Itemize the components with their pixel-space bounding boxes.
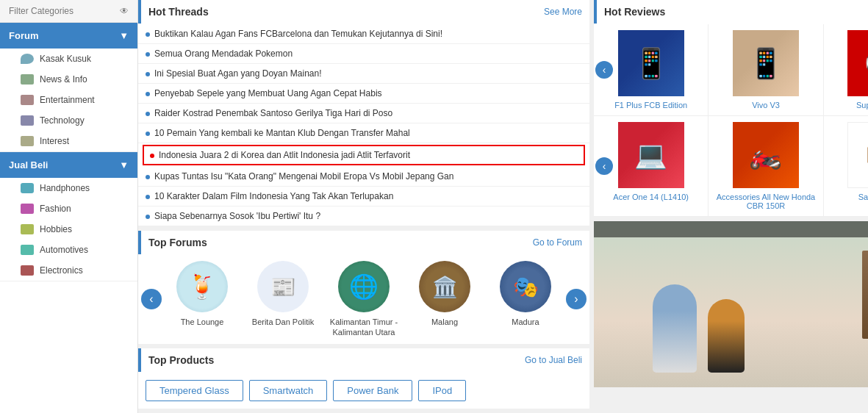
review-label: Sakuku Plus xyxy=(858,193,868,201)
forum-item-malang[interactable]: Malang xyxy=(404,261,485,338)
sidebar-item-interest[interactable]: Interest xyxy=(0,131,137,151)
reviews-prev-button[interactable]: ‹ xyxy=(595,61,613,79)
video-scene: ⚙ ⛶ xyxy=(594,221,868,387)
review-label: F1 Plus FCB Edition xyxy=(614,101,687,109)
vivo-image xyxy=(733,30,799,96)
go-to-forum-link[interactable]: Go to Forum xyxy=(533,237,582,248)
hot-reviews-section: Hot Reviews Go To Jual Beli ‹ F1 Plus FC… xyxy=(594,0,868,217)
thread-item[interactable]: Ini Spesial Buat Agan yang Doyan Mainan! xyxy=(138,64,589,84)
review-item-sakuku[interactable]: Sakuku Plus xyxy=(824,116,868,216)
thread-item[interactable]: Buktikan Kalau Agan Fans FCBarcelona dan… xyxy=(138,24,589,44)
forum-label: Forum xyxy=(9,30,38,41)
jual-beli-label: Jual Beli xyxy=(9,159,48,170)
sidebar-item-hobbies[interactable]: Hobbies xyxy=(0,219,137,240)
person2-decoration xyxy=(708,299,745,373)
top-forums-title: Top Forums xyxy=(148,237,207,248)
sidebar-item-label: Technology xyxy=(40,115,85,126)
forum-item-berita[interactable]: Berita Dan Politik xyxy=(243,261,323,338)
lounge-icon xyxy=(176,261,228,312)
thread-item[interactable]: Siapa Sebenarnya Sosok 'Ibu Pertiwi' Itu… xyxy=(138,206,589,226)
phone-icon xyxy=(21,183,34,193)
thread-item[interactable]: 10 Karakter Dalam Film Indonesia Yang Ta… xyxy=(138,187,589,206)
hot-threads-header: Hot Threads See More xyxy=(138,0,589,24)
thread-item[interactable]: Penyebab Sepele yang Membuat Uang Agan C… xyxy=(138,84,589,104)
forums-next-button[interactable]: › xyxy=(566,289,587,309)
malang-icon xyxy=(419,261,470,312)
thread-item[interactable]: Raider Kostrad Penembak Santoso Gerilya … xyxy=(138,104,589,123)
chat-icon xyxy=(21,54,34,64)
acer-image xyxy=(618,122,684,188)
fashion-icon xyxy=(21,204,34,214)
jual-beli-section-header[interactable]: Jual Beli ▼ xyxy=(0,152,137,178)
top-products-section: Top Products Go to Jual Beli Tempered Gl… xyxy=(138,348,589,409)
sidebar-item-technology[interactable]: Technology xyxy=(0,110,137,131)
sidebar-item-label: Handphones xyxy=(40,183,90,193)
sidebar-item-entertainment[interactable]: Entertainment xyxy=(0,90,137,110)
hot-threads-title: Hot Threads xyxy=(148,6,209,18)
f1-image xyxy=(618,30,684,96)
sidebar: Filter Categories 👁 Forum ▼ Kasak Kusuk … xyxy=(0,0,138,413)
hot-threads-section: Hot Threads See More Buktikan Kalau Agan… xyxy=(138,0,589,226)
sidebar-item-kasak-kusuk[interactable]: Kasak Kusuk xyxy=(0,49,137,69)
eye-icon[interactable]: 👁 xyxy=(120,6,129,16)
thread-item[interactable]: Semua Orang Mendadak Pokemon xyxy=(138,44,589,64)
news-forum-icon xyxy=(257,261,309,312)
review-item-honda[interactable]: Accessories All New Honda CBR 150R xyxy=(709,116,823,216)
sidebar-item-label: Electronics xyxy=(40,265,83,276)
technology-icon xyxy=(21,115,34,126)
forum-item-lounge[interactable]: The Lounge xyxy=(162,261,243,338)
forum-item-label: Malang xyxy=(431,317,458,327)
top-forums-section: Top Forums Go to Forum ‹ The Lounge Beri… xyxy=(138,231,589,344)
thread-item-highlighted[interactable]: Indonesia Juara 2 di Korea dan Atlit Ind… xyxy=(143,145,585,165)
product-power-bank[interactable]: Power Bank xyxy=(333,380,412,401)
review-item-soccer[interactable]: Super Soccer xyxy=(824,24,868,115)
thread-item[interactable]: 10 Pemain Yang kembali ke Mantan Klub De… xyxy=(138,123,589,143)
sidebar-item-label: Entertainment xyxy=(40,95,95,105)
jual-beli-chevron-icon: ▼ xyxy=(119,159,129,170)
video-panel[interactable]: ⚙ ⛶ xyxy=(594,221,868,387)
hot-reviews-title: Hot Reviews xyxy=(604,6,665,18)
sidebar-item-electronics[interactable]: Electronics xyxy=(0,260,137,281)
forum-item-label: The Lounge xyxy=(181,317,224,327)
jual-beli-section: Jual Beli ▼ Handphones Fashion Hobbies A… xyxy=(0,152,137,281)
forums-prev-button[interactable]: ‹ xyxy=(141,289,162,309)
forum-section-header[interactable]: Forum ▼ xyxy=(0,23,137,49)
product-tempered-glass[interactable]: Tempered Glass xyxy=(146,380,243,401)
thread-list: Buktikan Kalau Agan Fans FCBarcelona dan… xyxy=(138,24,589,226)
interest-icon xyxy=(21,136,34,146)
forum-item-madura[interactable]: Madura xyxy=(485,261,566,338)
hobby-icon xyxy=(21,224,34,234)
kaltim-icon xyxy=(338,261,390,312)
reviews-prev-button-2[interactable]: ‹ xyxy=(595,157,613,175)
sidebar-item-news-info[interactable]: News & Info xyxy=(0,69,137,90)
main-content: Hot Threads See More Buktikan Kalau Agan… xyxy=(138,0,868,413)
see-more-link[interactable]: See More xyxy=(544,7,582,17)
review-label: Accessories All New Honda CBR 150R xyxy=(711,193,819,210)
review-label: Super Soccer xyxy=(856,101,868,109)
sidebar-item-automotives[interactable]: Automotives xyxy=(0,240,137,260)
hot-reviews-header: Hot Reviews Go To Jual Beli xyxy=(594,0,868,24)
thread-item[interactable]: Kupas Tuntas Isu "Kata Orang" Mengenai M… xyxy=(138,167,589,187)
forums-container: ‹ The Lounge Berita Dan Politik Kalim xyxy=(138,255,589,344)
product-smartwatch[interactable]: Smartwatch xyxy=(249,380,328,401)
product-ipod[interactable]: IPod xyxy=(418,380,466,401)
forum-item-kaltim[interactable]: Kalimantan Timur - Kalimantan Utara xyxy=(323,261,404,338)
news-icon xyxy=(21,74,34,85)
sidebar-item-fashion[interactable]: Fashion xyxy=(0,198,137,219)
reviews-bottom-row: ‹ Acer One 14 (L1410) Accessories All Ne… xyxy=(594,116,868,217)
sidebar-item-label: Automotives xyxy=(40,245,88,255)
content-row: Hot Threads See More Buktikan Kalau Agan… xyxy=(138,0,868,413)
top-forums-header: Top Forums Go to Forum xyxy=(138,231,589,254)
review-label: Vivo V3 xyxy=(752,101,780,109)
top-products-header: Top Products Go to Jual Beli xyxy=(138,348,589,372)
sidebar-item-label: Interest xyxy=(40,136,69,146)
sidebar-item-handphones[interactable]: Handphones xyxy=(0,178,137,198)
forum-item-label: Madura xyxy=(512,317,539,327)
sidebar-item-label: Fashion xyxy=(40,204,71,214)
go-to-jual-beli-link[interactable]: Go to Jual Beli xyxy=(525,355,582,365)
filter-header: Filter Categories 👁 xyxy=(0,0,137,23)
review-label: Acer One 14 (L1410) xyxy=(613,193,689,201)
madura-icon xyxy=(500,261,551,312)
review-item-vivo[interactable]: Vivo V3 xyxy=(709,24,823,115)
sakuku-image xyxy=(847,122,868,188)
